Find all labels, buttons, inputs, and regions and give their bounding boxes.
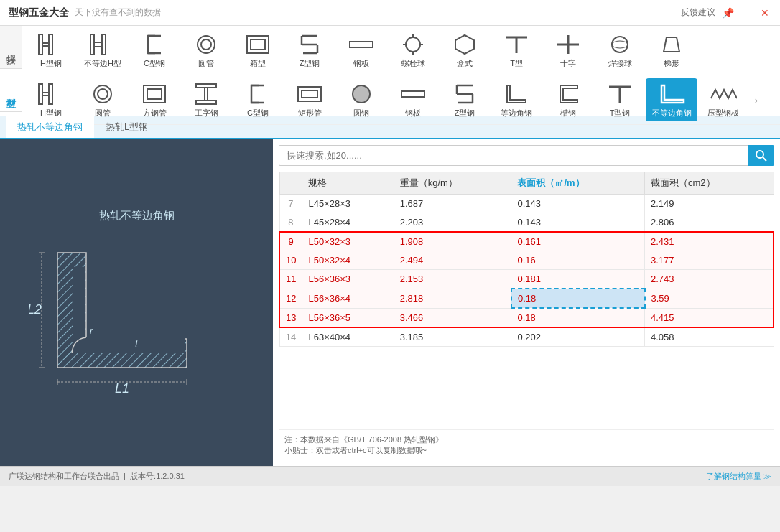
- svg-point-67: [756, 151, 763, 158]
- weld-C[interactable]: C型钢: [129, 29, 180, 72]
- cell-area[interactable]: 0.18: [511, 289, 645, 308]
- weld-T[interactable]: T型: [491, 29, 542, 72]
- cell-spec: L56×36×4: [302, 289, 394, 308]
- svg-point-8: [198, 36, 215, 53]
- col-spec: 规格: [302, 172, 394, 195]
- search-button[interactable]: [748, 145, 774, 166]
- cell-area[interactable]: 0.16: [511, 251, 645, 270]
- mat-C[interactable]: C型钢: [232, 78, 284, 121]
- mat-Z[interactable]: Z型钢: [439, 78, 491, 121]
- mat-circle[interactable]: 圆管: [77, 78, 129, 121]
- side-tab-material[interactable]: 型材: [0, 69, 22, 112]
- mat-plate-icon: [399, 81, 427, 107]
- cell-weight: 3.185: [394, 327, 511, 347]
- mat-T-icon: [605, 81, 634, 107]
- mat-corrugated[interactable]: 压型钢板: [697, 78, 749, 121]
- feedback-link[interactable]: 反馈建议: [681, 6, 715, 19]
- weld-cross[interactable]: 十字: [542, 29, 594, 72]
- cell-num: 13: [279, 308, 302, 327]
- weld-wball[interactable]: 焊接球: [594, 29, 646, 72]
- cell-area[interactable]: 0.161: [511, 232, 645, 251]
- weld-Z-label: Z型钢: [300, 58, 320, 69]
- svg-rect-2: [42, 43, 49, 46]
- table-row[interactable]: 11L56×36×32.1530.1812.743: [279, 270, 774, 289]
- toolbar: 焊接 型材 H型钢 不等边H型: [0, 26, 780, 116]
- weld-box-label: 箱型: [250, 58, 266, 69]
- mat-plate-label: 钢板: [405, 108, 421, 118]
- mat-rect-icon: [295, 81, 324, 107]
- pin-button[interactable]: 📌: [721, 6, 734, 19]
- side-tab-weld[interactable]: 焊接: [0, 26, 22, 69]
- weld-trap[interactable]: 梯形: [646, 29, 697, 72]
- weld-cross-label: 十字: [560, 58, 576, 69]
- footer-company: 广联达钢结构和工作台联合出品: [9, 472, 119, 480]
- mat-squarepipe[interactable]: 方钢管: [129, 78, 180, 121]
- mat-rect[interactable]: 矩形管: [284, 78, 335, 121]
- icon-rows: H型钢 不等边H型 C型钢 圆管: [22, 26, 780, 116]
- svg-point-18: [406, 37, 420, 52]
- cell-weight: 2.494: [394, 251, 511, 270]
- weld-Z[interactable]: Z型钢: [284, 29, 335, 72]
- svg-text:L2: L2: [29, 302, 42, 317]
- svg-point-29: [612, 41, 628, 48]
- search-input[interactable]: [279, 145, 748, 166]
- table-row[interactable]: 10L50×32×42.4940.163.177: [279, 251, 774, 270]
- sub-tab-unequal-angle[interactable]: 热轧不等边角钢: [6, 116, 94, 139]
- weld-bolt[interactable]: 螺栓球: [387, 29, 439, 72]
- mat-angleUnequal[interactable]: 不等边角钢: [646, 78, 697, 121]
- minimize-button[interactable]: —: [740, 6, 753, 19]
- cell-section: 2.149: [645, 195, 774, 213]
- mat-I-label: 工字钢: [195, 108, 218, 118]
- table-row[interactable]: 7L45×28×31.6870.1432.149: [279, 195, 774, 213]
- mat-angleUnequal-icon: [657, 81, 686, 107]
- cell-area[interactable]: 0.181: [511, 270, 645, 289]
- svg-rect-40: [205, 88, 208, 101]
- table-wrapper[interactable]: 规格 重量（kg/m） 表面积（㎡/m） 截面积（cm2） 7L45×28×31…: [279, 172, 774, 429]
- cell-area[interactable]: 0.18: [511, 308, 645, 327]
- svg-rect-11: [251, 39, 265, 50]
- cell-spec: L50×32×4: [302, 251, 394, 270]
- C-icon: [140, 32, 169, 57]
- close-button[interactable]: ✕: [758, 6, 771, 19]
- weld-unequalH[interactable]: 不等边H型: [77, 29, 129, 72]
- weld-H[interactable]: H型钢: [25, 29, 77, 72]
- weld-circle[interactable]: 圆管: [180, 29, 232, 72]
- hexbox-icon: [450, 32, 479, 57]
- weld-box[interactable]: 箱型: [232, 29, 284, 72]
- svg-rect-46: [401, 91, 424, 97]
- mat-angleEqual[interactable]: 等边角钢: [491, 78, 542, 121]
- footer-left: 广联达钢结构和工作台联合出品 | 版本号:1.2.0.31: [9, 471, 185, 482]
- sub-tab-L-steel[interactable]: 热轧L型钢: [94, 116, 159, 139]
- mat-T[interactable]: T型钢: [594, 78, 646, 121]
- cell-area[interactable]: 0.143: [511, 195, 645, 213]
- cell-num: 10: [279, 251, 302, 270]
- mat-plate[interactable]: 钢板: [387, 78, 439, 121]
- cell-area[interactable]: 0.143: [511, 213, 645, 233]
- mat-solidcircle-icon: [347, 81, 376, 107]
- mat-channel[interactable]: 槽钢: [542, 78, 594, 121]
- svg-point-35: [98, 89, 108, 99]
- mat-Z-label: Z型钢: [455, 108, 475, 118]
- table-row[interactable]: 13L56×36×53.4660.184.415: [279, 308, 774, 327]
- col-section: 截面积（cm2）: [645, 172, 774, 195]
- cell-weight: 3.466: [394, 308, 511, 327]
- mat-H[interactable]: H型钢: [25, 78, 77, 121]
- table-row[interactable]: 12L56×36×42.8180.183.59: [279, 289, 774, 308]
- note-2: 小贴士：双击或者ctrl+c可以复制数据哦~: [284, 445, 769, 456]
- svg-rect-33: [42, 93, 49, 95]
- weld-plate[interactable]: 钢板: [335, 29, 387, 72]
- table-row[interactable]: 9L50×32×31.9080.1612.431: [279, 232, 774, 251]
- cell-area[interactable]: 0.202: [511, 327, 645, 347]
- bolt-icon: [399, 32, 427, 57]
- table-body: 7L45×28×31.6870.1432.1498L45×28×42.2030.…: [279, 195, 774, 347]
- cell-num: 12: [279, 289, 302, 308]
- table-row[interactable]: 8L45×28×42.2030.1432.806: [279, 213, 774, 233]
- footer-right-link[interactable]: 了解钢结构算量 ≫: [706, 471, 771, 482]
- mat-solidcircle[interactable]: 圆钢: [335, 78, 387, 121]
- more-button[interactable]: ›: [749, 95, 763, 106]
- weld-hexbox[interactable]: 盒式: [439, 29, 491, 72]
- H-icon: [37, 32, 65, 57]
- mat-I[interactable]: 工字钢: [180, 78, 232, 121]
- table-row[interactable]: 14L63×40×43.1850.2024.058: [279, 327, 774, 347]
- mat-rect-label: 矩形管: [298, 108, 322, 118]
